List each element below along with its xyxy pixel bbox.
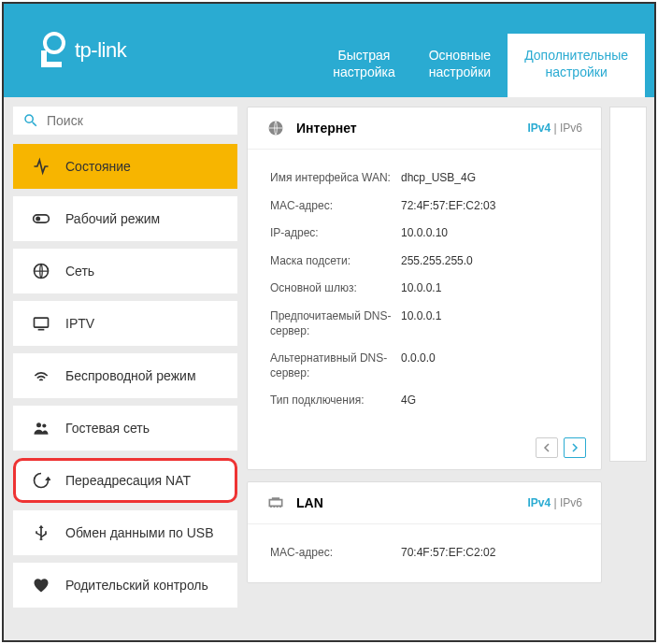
row-ip: IP-адрес:10.0.0.10 <box>270 220 579 248</box>
next-button[interactable] <box>564 437 586 458</box>
tabs: Быстраянастройка Основныенастройки Допол… <box>316 34 645 97</box>
panel-internet: Интернет IPv4 | IPv6 Имя интерфейса WAN:… <box>247 107 602 470</box>
tab-basic[interactable]: Основныенастройки <box>412 34 508 97</box>
row-dns2: Альтернативный DNS-сервер:0.0.0.0 <box>270 345 579 387</box>
usb-icon <box>32 523 50 542</box>
logo: tp-link <box>39 32 126 69</box>
content: Интернет IPv4 | IPv6 Имя интерфейса WAN:… <box>247 97 654 640</box>
tab-advanced[interactable]: Дополнительныенастройки <box>508 34 645 97</box>
sidebar-item-mode[interactable]: Рабочий режим <box>13 196 237 241</box>
svg-point-7 <box>36 422 41 427</box>
row-mac: MAC-адрес:72:4F:57:EF:C2:03 <box>270 193 579 221</box>
chevron-right-icon <box>570 443 579 452</box>
sidebar-item-network[interactable]: Сеть <box>13 249 237 293</box>
row-lan-mac: MAC-адрес:70:4F:57:EF:C2:02 <box>270 539 579 567</box>
sidebar-item-wireless[interactable]: Беспроводной режим <box>13 353 237 398</box>
svg-point-8 <box>42 423 46 427</box>
row-gateway: Основной шлюз:10.0.0.1 <box>270 275 579 303</box>
row-wan-interface: Имя интерфейса WAN:dhcp_USB_4G <box>270 165 579 193</box>
sidebar-item-nat[interactable]: Переадресация NAT <box>13 458 237 503</box>
svg-point-4 <box>36 217 40 222</box>
panel-title: Интернет <box>296 121 528 136</box>
globe-icon <box>266 119 285 137</box>
ip-version-tabs[interactable]: IPv4 | IPv6 <box>528 122 583 135</box>
users-icon <box>32 419 50 437</box>
sidebar-item-parental[interactable]: Родительский контроль <box>13 563 237 608</box>
status-icon <box>32 157 50 176</box>
row-dns1: Предпочитаемый DNS-сервер:10.0.0.1 <box>270 303 579 345</box>
panel-title: LAN <box>296 495 528 510</box>
sidebar-item-status[interactable]: Состояние <box>13 144 237 189</box>
tab-quick-setup[interactable]: Быстраянастройка <box>316 34 412 97</box>
chevron-left-icon <box>542 443 551 452</box>
lan-icon <box>266 494 285 512</box>
side-panel <box>609 107 647 462</box>
svg-rect-2 <box>41 62 62 67</box>
sidebar-item-guest[interactable]: Гостевая сеть <box>13 406 237 451</box>
svg-point-0 <box>45 34 64 52</box>
prev-button[interactable] <box>536 437 558 458</box>
logo-text: tp-link <box>75 38 126 63</box>
svg-rect-6 <box>35 318 49 327</box>
sidebar: Состояние Рабочий режим Сеть IPTV Беспро… <box>4 97 247 640</box>
nat-icon <box>32 471 50 490</box>
toggle-icon <box>32 209 50 228</box>
search-input[interactable] <box>47 113 228 128</box>
sidebar-item-usb[interactable]: Обмен данными по USB <box>13 510 237 555</box>
sidebar-item-iptv[interactable]: IPTV <box>13 301 237 346</box>
globe-icon <box>32 262 50 280</box>
logo-icon <box>39 32 69 69</box>
tv-icon <box>32 314 50 333</box>
panel-lan: LAN IPv4 | IPv6 MAC-адрес:70:4F:57:EF:C2… <box>247 481 602 583</box>
ip-version-tabs[interactable]: IPv4 | IPv6 <box>528 496 583 509</box>
heart-icon <box>32 576 50 594</box>
search-icon <box>22 112 39 129</box>
row-mask: Маска подсети:255.255.255.0 <box>270 248 579 276</box>
search-box[interactable] <box>13 107 237 135</box>
header: tp-link Быстраянастройка Основныенастрой… <box>4 4 654 97</box>
row-conn-type: Тип подключения:4G <box>270 387 579 415</box>
wifi-icon <box>32 366 50 385</box>
